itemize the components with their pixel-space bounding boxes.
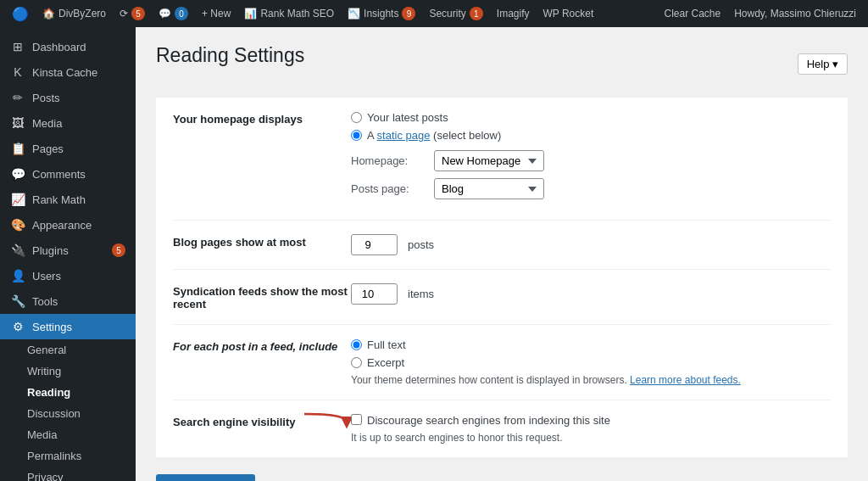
- updates-badge: 5: [131, 7, 145, 20]
- sidebar-item-settings[interactable]: ⚙ Settings: [0, 314, 136, 339]
- feed-learn-more-link[interactable]: Learn more about feeds.: [630, 374, 741, 386]
- rankmath-icon: 📈: [10, 193, 25, 206]
- submenu-writing[interactable]: Writing: [0, 361, 136, 382]
- save-changes-button[interactable]: Save Changes: [156, 474, 255, 481]
- comments-icon: 💬: [159, 8, 171, 20]
- sidebar-item-dashboard[interactable]: ⊞ Dashboard: [0, 34, 136, 59]
- homepage-select[interactable]: New Homepage: [434, 150, 544, 171]
- feed-content: Full text Excerpt Your theme determines …: [351, 338, 831, 386]
- posts-icon: ✏: [10, 91, 25, 104]
- plugins-icon: 🔌: [10, 243, 25, 257]
- updates-icon: ⟳: [120, 8, 128, 20]
- syndication-row: Syndication feeds show the most recent i…: [173, 270, 831, 325]
- feed-label: For each post in a feed, include: [173, 338, 351, 353]
- sidebar-item-appearance[interactable]: 🎨 Appearance: [0, 212, 136, 238]
- kinsta-icon: K: [10, 65, 25, 79]
- feed-help-text: Your theme determines how content is dis…: [351, 374, 831, 386]
- search-engine-content: Discourage search engines from indexing …: [351, 414, 831, 444]
- homepage-displays-label: Your homepage displays: [173, 111, 351, 126]
- radio-latest-posts-label: Your latest posts: [367, 111, 448, 124]
- submenu-discussion[interactable]: Discussion: [0, 403, 136, 424]
- comments-icon: 💬: [10, 167, 25, 181]
- radio-latest-posts[interactable]: [351, 112, 362, 123]
- radio-static-page[interactable]: [351, 130, 362, 141]
- search-visibility-label: Discourage search engines from indexing …: [367, 414, 610, 427]
- static-page-link[interactable]: static page: [377, 129, 431, 142]
- sidebar-item-media[interactable]: 🖼 Media: [0, 110, 136, 136]
- users-icon: 👤: [10, 269, 25, 282]
- syndication-content: items: [351, 283, 831, 305]
- submenu-general[interactable]: General: [0, 339, 136, 361]
- sidebar-item-posts[interactable]: ✏ Posts: [0, 85, 136, 110]
- posts-page-select-row: Posts page: Blog: [351, 178, 831, 199]
- sidebar-item-plugins[interactable]: 🔌 Plugins 5: [0, 238, 136, 263]
- adminbar-wprocket[interactable]: WP Rocket: [537, 0, 598, 27]
- submenu-permalinks[interactable]: Permalinks: [0, 445, 136, 467]
- radio-excerpt[interactable]: [351, 357, 362, 368]
- adminbar-security[interactable]: Security 1: [424, 0, 487, 27]
- search-engine-help-text: It is up to search engines to honor this…: [351, 432, 831, 444]
- feed-row: For each post in a feed, include Full te…: [173, 325, 831, 400]
- radio-static-page-label: A static page (select below): [367, 129, 501, 142]
- blog-pages-row: Blog pages show at most posts: [173, 221, 831, 270]
- insights-badge: 9: [402, 7, 415, 20]
- appearance-icon: 🎨: [10, 218, 25, 232]
- posts-page-select-label: Posts page:: [351, 182, 427, 195]
- comments-badge: 0: [175, 7, 188, 20]
- plugins-badge: 5: [112, 243, 125, 257]
- radio-full-text[interactable]: [351, 339, 362, 350]
- rankmath-icon: 📊: [244, 8, 257, 20]
- sidebar-item-tools[interactable]: 🔧 Tools: [0, 288, 136, 314]
- radio-full-text-option[interactable]: Full text: [351, 338, 831, 351]
- adminbar-rankmath[interactable]: 📊 Rank Math SEO: [239, 0, 339, 27]
- help-button[interactable]: Help ▾: [798, 53, 848, 75]
- blog-pages-label: Blog pages show at most: [173, 234, 351, 249]
- radio-full-text-label: Full text: [367, 338, 406, 351]
- sidebar-item-pages[interactable]: 📋 Pages: [0, 136, 136, 161]
- search-engine-checkbox-row[interactable]: Discourage search engines from indexing …: [351, 414, 831, 427]
- homepage-select-label: Homepage:: [351, 154, 427, 167]
- search-engine-row: Search engine visibility Discourage: [173, 400, 831, 457]
- sidebar-item-rankmath[interactable]: 📈 Rank Math: [0, 187, 136, 212]
- syndication-label: Syndication feeds show the most recent: [173, 283, 351, 310]
- insights-icon: 📉: [348, 8, 360, 20]
- settings-icon: ⚙: [10, 320, 25, 333]
- adminbar-imagify[interactable]: Imagify: [492, 0, 535, 27]
- pages-icon: 📋: [10, 142, 25, 155]
- submenu-media[interactable]: Media: [0, 424, 136, 445]
- adminbar-site[interactable]: 🏠 DivByZero: [37, 0, 111, 27]
- adminbar-howdy[interactable]: Howdy, Massimo Chieruzzi: [729, 0, 861, 27]
- syndication-suffix: items: [408, 288, 434, 300]
- adminbar-insights[interactable]: 📉 Insights 9: [342, 0, 420, 27]
- blog-pages-input[interactable]: [351, 234, 398, 255]
- sidebar-item-kinsta[interactable]: K Kinsta Cache: [0, 59, 136, 85]
- main-content: Reading Settings Help ▾ Your homepage di…: [136, 27, 868, 481]
- adminbar-updates[interactable]: ⟳ 5: [114, 0, 150, 27]
- sidebar: ⊞ Dashboard K Kinsta Cache ✏ Posts 🖼 Med…: [0, 27, 136, 481]
- posts-page-select[interactable]: Blog: [434, 178, 544, 199]
- security-badge: 1: [470, 7, 483, 20]
- radio-excerpt-label: Excerpt: [367, 356, 404, 369]
- radio-excerpt-option[interactable]: Excerpt: [351, 356, 831, 369]
- radio-static-page-option[interactable]: A static page (select below): [351, 129, 831, 142]
- page-title: Reading Settings: [156, 44, 304, 67]
- blog-pages-content: posts: [351, 234, 831, 255]
- red-arrow-annotation: [300, 410, 351, 435]
- dashboard-icon: ⊞: [10, 40, 25, 53]
- adminbar-comments[interactable]: 💬 0: [153, 0, 193, 27]
- homepage-select-row: Homepage: New Homepage: [351, 150, 831, 171]
- homepage-displays-content: Your latest posts A static page (select …: [351, 111, 831, 206]
- wp-logo: 🔵: [7, 0, 34, 27]
- media-icon: 🖼: [10, 116, 25, 130]
- adminbar-new[interactable]: + New: [197, 0, 236, 27]
- sidebar-item-comments[interactable]: 💬 Comments: [0, 161, 136, 187]
- sidebar-item-users[interactable]: 👤 Users: [0, 263, 136, 288]
- submenu-privacy[interactable]: Privacy: [0, 467, 136, 481]
- blog-pages-suffix: posts: [408, 238, 434, 251]
- radio-latest-posts-option[interactable]: Your latest posts: [351, 111, 831, 124]
- syndication-input[interactable]: [351, 283, 398, 305]
- adminbar-clear-cache[interactable]: Clear Cache: [659, 0, 726, 27]
- settings-submenu: General Writing Reading Discussion Media…: [0, 339, 136, 481]
- search-visibility-checkbox[interactable]: [351, 414, 362, 425]
- submenu-reading[interactable]: Reading: [0, 382, 136, 403]
